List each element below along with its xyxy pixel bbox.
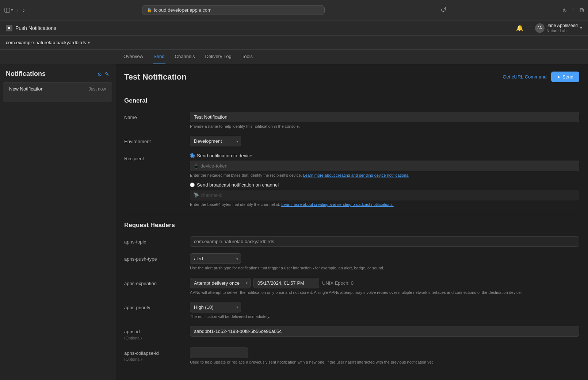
apns-expiration-select[interactable]: Attempt delivery once Deliver immediatel… xyxy=(190,278,251,288)
back-button[interactable]: ‹ xyxy=(15,7,20,14)
address-bar[interactable]: 🔒 icloud.developer.apple.com xyxy=(142,5,325,15)
apns-push-type-label: apns-push-type xyxy=(124,253,190,262)
request-headers-title: Request Headers xyxy=(124,222,579,229)
sidebar-title: Notifications xyxy=(6,70,46,78)
notification-name: New Notification xyxy=(9,86,43,92)
recipient-radio-group: Send notification to device 📱 Enter the … xyxy=(190,153,579,207)
apns-priority-row: apns-priority High (10) Normal (5) Low (… xyxy=(124,302,579,319)
apns-priority-label: apns-priority xyxy=(124,302,190,311)
apns-expiration-select-wrap: Attempt delivery once Deliver immediatel… xyxy=(190,278,251,288)
name-input[interactable] xyxy=(190,112,579,122)
apns-priority-select[interactable]: High (10) Normal (5) Low (1) xyxy=(190,302,241,312)
browser-actions: ⎋ ＋ ⧉ xyxy=(563,6,584,14)
nav-arrows: ‹ › xyxy=(15,7,26,14)
app-title: Push Notifications xyxy=(15,25,56,31)
channel-radio-label: Send broadcast notification on channel xyxy=(197,182,279,188)
tab-tools[interactable]: Tools xyxy=(241,50,253,64)
apns-expiration-control: Attempt delivery once Deliver immediatel… xyxy=(190,278,579,295)
device-radio-label: Send notification to device xyxy=(197,153,252,158)
unix-epoch-display: UNIX Epoch: 0 xyxy=(322,280,354,286)
app-selector-name[interactable]: com.example.naturelab.backyardbirds ▾ xyxy=(6,40,90,45)
apns-push-type-row: apns-push-type alert background voip ▾ U… xyxy=(124,253,579,271)
content-title: Test Notification xyxy=(124,72,187,82)
apns-collapse-id-row: apns-collapse-id (Optional) Used to help… xyxy=(124,348,579,365)
apns-collapse-id-label: apns-collapse-id (Optional) xyxy=(124,348,190,362)
new-tab-icon[interactable]: ＋ xyxy=(570,6,576,14)
share-icon[interactable]: ⎋ xyxy=(563,7,566,14)
tabs-icon[interactable]: ⧉ xyxy=(580,7,584,14)
nav-tabs: Overview Send Channels Delivery Log Tool… xyxy=(0,50,588,64)
tab-delivery-log[interactable]: Delivery Log xyxy=(205,50,232,64)
form-area: General Name Provide a name to help iden… xyxy=(115,88,588,380)
general-section-title: General xyxy=(124,97,579,104)
apns-id-input[interactable] xyxy=(190,326,579,337)
apns-id-control xyxy=(190,326,579,337)
app-toolbar: Push Notifications 🔔 ≡ JA Jane Appleseed… xyxy=(0,20,588,36)
channel-id-input[interactable] xyxy=(190,190,579,200)
channel-id-input-wrap: 📡 xyxy=(190,190,579,200)
tab-channels[interactable]: Channels xyxy=(174,50,196,64)
user-chevron-icon[interactable]: ▾ xyxy=(580,26,582,30)
tab-send[interactable]: Send xyxy=(153,50,165,64)
apns-topic-control xyxy=(190,236,579,247)
apns-id-optional: (Optional) xyxy=(124,335,190,341)
sidebar-header: Notifications ⊙ ✎ xyxy=(0,70,115,78)
apns-expiration-help: APNs will attempt to deliver the notific… xyxy=(190,290,579,295)
section-divider-1 xyxy=(124,214,579,214)
name-label: Name xyxy=(124,112,190,121)
apns-topic-label: apns-topic xyxy=(124,236,190,245)
apns-push-type-select[interactable]: alert background voip xyxy=(190,253,241,264)
toolbar-icons: 🔔 ≡ xyxy=(516,24,532,31)
svg-rect-0 xyxy=(5,8,10,12)
apns-priority-control: High (10) Normal (5) Low (1) ▾ The notif… xyxy=(190,302,579,319)
tab-overview[interactable]: Overview xyxy=(123,50,144,64)
content-area: Test Notification Get cURL Command ➤ Sen… xyxy=(115,64,588,380)
filter-icon[interactable]: ⊙ xyxy=(98,71,102,77)
apns-collapse-id-optional: (Optional) xyxy=(124,357,190,362)
app-selector-chevron: ▾ xyxy=(88,40,90,45)
svg-point-3 xyxy=(8,27,10,29)
name-help: Provide a name to help identify this not… xyxy=(190,124,579,129)
channel-help-link[interactable]: Learn more about creating and sending br… xyxy=(281,202,394,207)
curl-command-button[interactable]: Get cURL Command xyxy=(503,74,546,80)
expiration-date-input[interactable] xyxy=(253,278,319,288)
device-help-link[interactable]: Learn more about creating and sending de… xyxy=(303,173,409,177)
notification-bell-icon[interactable]: 🔔 xyxy=(516,24,523,31)
recipient-label: Recipient xyxy=(124,153,190,162)
apns-push-type-help: Use the alert push type for notification… xyxy=(190,265,579,271)
send-button[interactable]: ➤ Send xyxy=(551,72,579,82)
refresh-button[interactable] xyxy=(440,7,447,14)
apns-priority-select-wrap: High (10) Normal (5) Low (1) ▾ xyxy=(190,302,241,312)
channel-radio-option[interactable]: Send broadcast notification on channel xyxy=(190,182,579,188)
device-token-input[interactable] xyxy=(190,161,579,171)
environment-label: Environment xyxy=(124,136,190,145)
device-icon: 📱 xyxy=(194,164,199,169)
apns-topic-input[interactable] xyxy=(190,236,579,247)
user-info: JA Jane Appleseed Nature Lab ▾ xyxy=(535,23,582,33)
menu-icon[interactable]: ≡ xyxy=(528,25,532,31)
environment-select-wrap: Development Production ▾ xyxy=(190,136,241,146)
apns-priority-help: The notification will be delivered immed… xyxy=(190,314,579,319)
apns-collapse-id-input[interactable] xyxy=(190,348,248,358)
sidebar-toggle[interactable]: ▾ xyxy=(4,7,13,13)
name-control: Provide a name to help identify this not… xyxy=(190,112,579,129)
device-radio-option[interactable]: Send notification to device xyxy=(190,153,579,158)
channel-help: Enter the base64 bytes that identify the… xyxy=(190,202,579,207)
recipient-control: Send notification to device 📱 Enter the … xyxy=(190,153,579,207)
avatar: JA xyxy=(535,23,545,33)
channel-radio[interactable] xyxy=(190,183,195,187)
apns-expiration-label: apns-expiration xyxy=(124,278,190,287)
recipient-row: Recipient Send notification to device 📱 xyxy=(124,153,579,207)
forward-button[interactable]: › xyxy=(22,7,26,14)
apns-push-type-select-wrap: alert background voip ▾ xyxy=(190,253,241,264)
notification-item[interactable]: New Notification Just now - xyxy=(3,82,112,101)
notification-time: Just now xyxy=(89,87,106,92)
environment-select[interactable]: Development Production xyxy=(190,136,241,146)
browser-controls: ▾ ‹ › xyxy=(4,7,26,14)
user-org: Nature Lab xyxy=(547,28,578,33)
environment-row: Environment Development Production ▾ xyxy=(124,136,579,146)
sidebar: Notifications ⊙ ✎ New Notification Just … xyxy=(0,64,115,380)
add-notification-icon[interactable]: ✎ xyxy=(105,71,109,77)
apns-topic-row: apns-topic xyxy=(124,236,579,247)
device-radio[interactable] xyxy=(190,153,195,158)
